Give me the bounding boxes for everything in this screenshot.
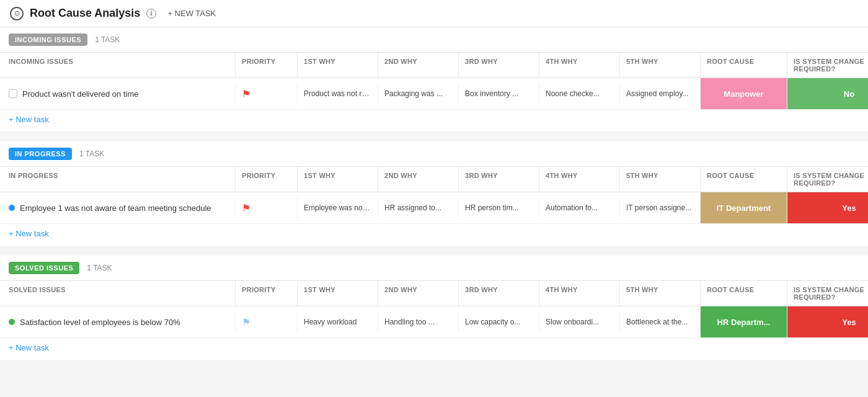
col-header-2: 1ST WHY xyxy=(298,53,378,78)
page-header: ⊙ Root Cause Analysis ℹ + NEW TASK xyxy=(0,0,868,27)
info-icon[interactable]: ℹ xyxy=(146,9,156,19)
main-content: INCOMING ISSUES1 TASKINCOMING ISSUESPRIO… xyxy=(0,27,868,360)
why3-cell: HR person tim... xyxy=(459,198,539,217)
why5-cell: IT person assigne... xyxy=(620,198,701,217)
col-header-1: PRIORITY xyxy=(236,281,298,306)
col-header-5: 4TH WHY xyxy=(539,281,620,306)
col-header-8: IS SYSTEM CHANGE REQUIRED? xyxy=(787,281,868,306)
why1-cell: Product was not rea... xyxy=(298,84,378,103)
root-cause-badge: HR Departm... xyxy=(701,306,787,337)
task-count-solved: 1 TASK xyxy=(87,264,112,272)
col-header-7: ROOT CAUSE xyxy=(701,281,787,306)
new-task-row-solved[interactable]: + New task xyxy=(0,338,868,360)
circle-icon: ⊙ xyxy=(10,7,24,20)
table-row[interactable]: Satisfaction level of employees is below… xyxy=(0,306,868,338)
col-header-2: 1ST WHY xyxy=(298,281,378,306)
why2-cell: Packaging was ... xyxy=(378,84,459,103)
new-task-row-in-progress[interactable]: + New task xyxy=(0,224,868,246)
table-row[interactable]: Product wasn't delivered on time⚑Product… xyxy=(0,78,868,110)
task-name-cell: Product wasn't delivered on time xyxy=(0,84,236,104)
status-badge-incoming: INCOMING ISSUES xyxy=(9,33,87,46)
priority-flag-icon: ⚑ xyxy=(242,317,250,328)
root-cause-badge: Manpower xyxy=(701,78,787,109)
col-header-4: 3RD WHY xyxy=(459,167,539,192)
task-count-in-progress: 1 TASK xyxy=(79,149,104,158)
col-header-row-solved: SOLVED ISSUESPRIORITY1ST WHY2ND WHY3RD W… xyxy=(0,280,868,306)
why3-cell: Box inventory ... xyxy=(459,84,539,103)
new-task-button[interactable]: + NEW TASK xyxy=(162,6,221,20)
status-badge-solved: SOLVED ISSUES xyxy=(9,262,79,274)
why4-cell: Automation fo... xyxy=(539,198,620,217)
section-header-incoming: INCOMING ISSUES1 TASK xyxy=(0,27,868,52)
col-header-1: PRIORITY xyxy=(236,53,298,78)
why5-cell: Assigned employ... xyxy=(620,84,701,103)
col-header-1: PRIORITY xyxy=(236,167,298,192)
page-title: Root Cause Analysis xyxy=(30,7,140,20)
system-change-badge: Yes xyxy=(787,306,868,337)
system-change-badge: No xyxy=(787,78,868,109)
col-header-7: ROOT CAUSE xyxy=(701,167,787,192)
table-row[interactable]: Employee 1 was not aware of team meeting… xyxy=(0,192,868,224)
why4-cell: Noone checke... xyxy=(539,84,620,103)
task-name-cell: Employee 1 was not aware of team meeting… xyxy=(0,198,236,218)
col-header-0: IN PROGRESS xyxy=(0,167,236,192)
system-change-badge: Yes xyxy=(787,192,868,223)
priority-cell: ⚑ xyxy=(236,311,298,333)
task-name-label: Employee 1 was not aware of team meeting… xyxy=(20,203,211,213)
col-header-8: IS SYSTEM CHANGE REQUIRED? xyxy=(787,53,868,78)
why1-cell: Heavy workload xyxy=(298,313,378,331)
root-cause-cell: IT Department xyxy=(701,192,787,223)
system-change-cell: Yes xyxy=(787,192,868,223)
root-cause-cell: HR Departm... xyxy=(701,306,787,337)
priority-cell: ⚑ xyxy=(236,83,298,105)
root-cause-badge: IT Department xyxy=(701,192,787,223)
why1-cell: Employee was not b... xyxy=(298,198,378,217)
root-cause-cell: Manpower xyxy=(701,78,787,109)
task-count-incoming: 1 TASK xyxy=(95,35,120,44)
why3-cell: Low capacity o... xyxy=(459,313,539,331)
col-header-row-in-progress: IN PROGRESSPRIORITY1ST WHY2ND WHY3RD WHY… xyxy=(0,166,868,192)
col-header-0: SOLVED ISSUES xyxy=(0,281,236,306)
col-header-6: 5TH WHY xyxy=(620,281,701,306)
col-header-8: IS SYSTEM CHANGE REQUIRED? xyxy=(787,167,868,192)
col-header-3: 2ND WHY xyxy=(378,53,459,78)
col-header-row-incoming: INCOMING ISSUESPRIORITY1ST WHY2ND WHY3RD… xyxy=(0,52,868,78)
why2-cell: Handling too ... xyxy=(378,313,459,331)
section-header-solved: SOLVED ISSUES1 TASK xyxy=(0,256,868,280)
col-header-3: 2ND WHY xyxy=(378,167,459,192)
task-status-dot xyxy=(9,319,15,325)
col-header-4: 3RD WHY xyxy=(459,281,539,306)
col-header-2: 1ST WHY xyxy=(298,167,378,192)
priority-cell: ⚑ xyxy=(236,197,298,219)
section-incoming: INCOMING ISSUES1 TASKINCOMING ISSUESPRIO… xyxy=(0,27,868,132)
col-header-4: 3RD WHY xyxy=(459,53,539,78)
col-header-6: 5TH WHY xyxy=(620,53,701,78)
why2-cell: HR assigned to... xyxy=(378,198,459,217)
col-header-7: ROOT CAUSE xyxy=(701,53,787,78)
task-checkbox[interactable] xyxy=(9,89,17,98)
task-name-cell: Satisfaction level of employees is below… xyxy=(0,313,236,332)
why5-cell: Bottleneck at the... xyxy=(620,313,701,331)
system-change-cell: Yes xyxy=(787,306,868,337)
task-status-dot xyxy=(9,205,15,211)
col-header-5: 4TH WHY xyxy=(539,53,620,78)
col-header-5: 4TH WHY xyxy=(539,167,620,192)
priority-flag-icon: ⚑ xyxy=(242,89,250,99)
section-header-in-progress: IN PROGRESS1 TASK xyxy=(0,141,868,166)
status-badge-in-progress: IN PROGRESS xyxy=(9,148,72,160)
priority-flag-icon: ⚑ xyxy=(242,203,250,213)
col-header-0: INCOMING ISSUES xyxy=(0,53,236,78)
task-name-label: Satisfaction level of employees is below… xyxy=(20,318,180,327)
system-change-cell: No xyxy=(787,78,868,109)
section-solved: SOLVED ISSUES1 TASKSOLVED ISSUESPRIORITY… xyxy=(0,256,868,360)
task-name-label: Product wasn't delivered on time xyxy=(22,89,138,99)
section-in-progress: IN PROGRESS1 TASKIN PROGRESSPRIORITY1ST … xyxy=(0,141,868,246)
col-header-3: 2ND WHY xyxy=(378,281,459,306)
col-header-6: 5TH WHY xyxy=(620,167,701,192)
why4-cell: Slow onboardi... xyxy=(539,313,620,331)
new-task-row-incoming[interactable]: + New task xyxy=(0,110,868,132)
